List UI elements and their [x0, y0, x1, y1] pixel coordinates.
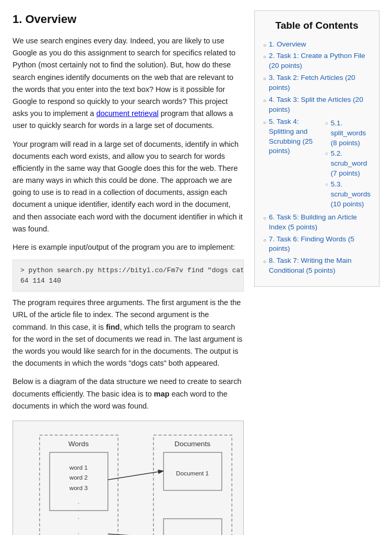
intro-paragraph: We use search engines every day. Indeed,… [13, 35, 244, 132]
svg-text:Words: Words [68, 440, 89, 448]
paragraph-3: Here is example input/output of the prog… [13, 241, 244, 253]
toc-subitem-scrub-word: 5.2. scrub_word (7 points) [325, 149, 371, 179]
svg-text:Documents: Documents [174, 440, 210, 448]
toc-item-task2: 3. Task 2: Fetch Articles (20 points) [263, 73, 371, 93]
toc-link-task3[interactable]: 4. Task 3: Split the Articles (20 points… [269, 95, 371, 115]
toc-sublist-task4: 5.1. split_words (8 points) 5.2. scrub_w… [318, 119, 371, 211]
doc-retrieval-link[interactable]: document retrieval [96, 109, 158, 118]
toc-item-task6: 7. Task 6: Finding Words (5 points) [263, 235, 371, 254]
toc-item-task1: 2. Task 1: Create a Python File (20 poin… [263, 51, 371, 71]
svg-rect-19 [163, 519, 222, 535]
toc-subitem-scrub-words: 5.3. scrub_words (10 points) [325, 180, 371, 210]
toc-link-task4[interactable]: 5. Task 4: Splitting and Scrubbing (25 p… [269, 117, 315, 157]
diagram-container: Words word 1 word 2 word 3 . . . . [13, 421, 244, 535]
svg-text:word 1: word 1 [69, 464, 88, 471]
svg-text:Document 1: Document 1 [176, 470, 209, 476]
toc-item-task3: 4. Task 3: Split the Articles (20 points… [263, 95, 371, 115]
diagram-section: Words word 1 word 2 word 3 . . . . [13, 421, 244, 535]
svg-text:.: . [78, 505, 79, 512]
paragraph-5: Below is a diagram of the data structure… [13, 376, 244, 412]
toc-link-task7[interactable]: 8. Task 7: Writing the Main Conditional … [269, 256, 371, 276]
toc-item-task4: 5. Task 4: Splitting and Scrubbing (25 p… [263, 117, 371, 211]
toc-item-overview: 1. Overview [263, 40, 371, 50]
toc-item-task7: 8. Task 7: Writing the Main Conditional … [263, 256, 371, 276]
toc-link-split-words[interactable]: 5.1. split_words (8 points) [330, 119, 371, 148]
svg-text:.: . [78, 498, 79, 505]
toc-link-task6[interactable]: 7. Task 6: Finding Words (5 points) [269, 235, 371, 254]
paragraph-4: The program requires three arguments. Th… [13, 297, 244, 369]
svg-text:word 3: word 3 [69, 484, 88, 491]
map-keyword: map [154, 390, 170, 398]
find-keyword: find [106, 323, 120, 331]
svg-text:word 2: word 2 [69, 474, 88, 481]
page-title: 1. Overview [13, 10, 244, 28]
svg-text:.: . [78, 528, 79, 535]
svg-rect-15 [153, 435, 232, 535]
toc-list: 1. Overview 2. Task 1: Create a Python F… [263, 40, 371, 276]
main-content: 1. Overview We use search engines every … [13, 10, 244, 535]
paragraph-2: Your program will read in a large set of… [13, 138, 244, 236]
svg-line-23 [108, 471, 163, 480]
toc-item-task5: 6. Task 5: Building an Article Index (5 … [263, 213, 371, 232]
toc-box: Table of Contents 1. Overview 2. Task 1:… [254, 10, 379, 287]
content-layout: 1. Overview We use search engines every … [13, 10, 379, 535]
toc-subitem-split-words: 5.1. split_words (8 points) [325, 119, 371, 148]
toc-link-task5[interactable]: 6. Task 5: Building an Article Index (5 … [269, 213, 371, 232]
toc-heading: Table of Contents [263, 18, 371, 33]
toc-link-task1[interactable]: 2. Task 1: Create a Python File (20 poin… [269, 51, 371, 71]
page-wrapper: 1. Overview We use search engines every … [13, 10, 379, 535]
diagram-svg: Words word 1 word 2 word 3 . . . . [19, 427, 237, 535]
toc-link-scrub-words[interactable]: 5.3. scrub_words (10 points) [330, 180, 371, 210]
toc-link-scrub-word[interactable]: 5.2. scrub_word (7 points) [330, 149, 371, 179]
svg-text:.: . [78, 513, 79, 520]
toc-link-task2[interactable]: 3. Task 2: Fetch Articles (20 points) [269, 73, 371, 93]
toc-link-overview[interactable]: 1. Overview [269, 40, 306, 50]
code-block: > python search.py https://bityl.co/Fm7v… [13, 260, 244, 292]
